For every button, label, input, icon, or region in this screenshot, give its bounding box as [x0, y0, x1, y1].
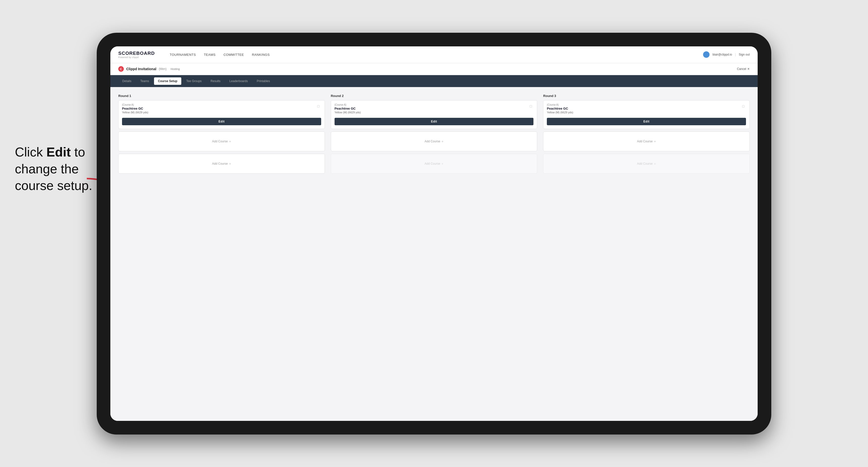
round-3-add-course-1[interactable]: Add Course + — [543, 131, 750, 151]
tab-printables[interactable]: Printables — [253, 77, 274, 85]
logo-sub-text: Powered by clippd — [118, 56, 155, 59]
round-1-course-details: Yellow (M) (6629 yds) — [122, 111, 316, 114]
sign-out-link[interactable]: Sign out — [739, 53, 750, 56]
round-3-plus-icon-1: + — [654, 139, 656, 143]
tab-teams[interactable]: Teams — [136, 77, 153, 85]
round-1-plus-icon-2: + — [229, 162, 231, 166]
scoreboard-logo: SCOREBOARD Powered by clippd — [118, 51, 155, 59]
tab-bar: Details Teams Course Setup Tee Groups Re… — [111, 75, 757, 87]
user-avatar — [703, 51, 710, 58]
round-3-add-course-2-label: Add Course — [637, 162, 652, 165]
tournament-gender: (Men) — [159, 67, 166, 71]
round-2-title: Round 2 — [331, 94, 537, 98]
user-email: blair@clippd.io — [713, 53, 732, 56]
tab-details[interactable]: Details — [118, 77, 135, 85]
round-1-course-name: Peachtree GC — [122, 107, 316, 111]
rounds-grid: Round 1 (Course A) Peachtree GC Yellow (… — [118, 94, 750, 176]
hosting-badge: Hosting — [170, 67, 180, 70]
round-1-course-card: (Course A) Peachtree GC Yellow (M) (6629… — [118, 100, 325, 129]
nav-teams[interactable]: TEAMS — [204, 53, 216, 57]
sub-header: C Clippd Invitational (Men) Hosting Canc… — [111, 63, 757, 75]
tablet-screen: SCOREBOARD Powered by clippd TOURNAMENTS… — [111, 46, 757, 421]
round-2-add-course-2-label: Add Course — [425, 162, 440, 165]
round-3-course-name: Peachtree GC — [547, 107, 741, 111]
round-1-add-course-1[interactable]: Add Course + — [118, 131, 325, 151]
round-2-add-course-1-label: Add Course — [425, 139, 440, 143]
sub-header-left: C Clippd Invitational (Men) Hosting — [118, 66, 180, 72]
round-1-delete-button[interactable]: □ — [316, 103, 321, 109]
tab-results[interactable]: Results — [207, 77, 224, 85]
tab-course-setup[interactable]: Course Setup — [154, 77, 181, 85]
round-1-column: Round 1 (Course A) Peachtree GC Yellow (… — [118, 94, 325, 176]
round-2-card-info: (Course A) Peachtree GC Yellow (M) (6629… — [335, 103, 528, 117]
nav-links: TOURNAMENTS TEAMS COMMITTEE RANKINGS — [169, 53, 693, 57]
tablet-device: SCOREBOARD Powered by clippd TOURNAMENTS… — [97, 33, 771, 435]
round-1-edit-button[interactable]: Edit — [122, 118, 321, 125]
round-2-delete-button[interactable]: □ — [528, 103, 533, 109]
logo-main-text: SCOREBOARD — [118, 51, 155, 56]
round-2-course-details: Yellow (M) (6629 yds) — [335, 111, 528, 114]
round-2-course-name: Peachtree GC — [335, 107, 528, 111]
round-2-plus-icon-1: + — [441, 139, 443, 143]
round-2-course-label: (Course A) — [335, 103, 528, 106]
tab-tee-groups[interactable]: Tee Groups — [182, 77, 206, 85]
round-3-delete-button[interactable]: □ — [741, 103, 746, 109]
clippd-logo: C — [118, 66, 124, 72]
round-2-edit-button[interactable]: Edit — [335, 118, 534, 125]
main-content: Round 1 (Course A) Peachtree GC Yellow (… — [111, 87, 757, 421]
tournament-name: Clippd Invitational — [126, 67, 156, 71]
nav-tournaments[interactable]: TOURNAMENTS — [169, 53, 196, 57]
round-3-card-info: (Course A) Peachtree GC Yellow (M) (6629… — [547, 103, 741, 117]
nav-separator: | — [735, 53, 736, 56]
round-3-plus-icon-2: + — [654, 162, 656, 166]
nav-committee[interactable]: COMMITTEE — [223, 53, 244, 57]
round-2-card-header: (Course A) Peachtree GC Yellow (M) (6629… — [335, 103, 534, 117]
round-1-add-course-2[interactable]: Add Course + — [118, 154, 325, 174]
round-3-course-details: Yellow (M) (6629 yds) — [547, 111, 741, 114]
close-icon: ✕ — [747, 67, 750, 71]
round-3-card-header: (Course A) Peachtree GC Yellow (M) (6629… — [547, 103, 746, 117]
round-3-add-course-2: Add Course + — [543, 154, 750, 174]
round-2-course-card: (Course A) Peachtree GC Yellow (M) (6629… — [331, 100, 537, 129]
cancel-button[interactable]: Cancel ✕ — [737, 67, 750, 71]
round-1-add-course-1-label: Add Course — [212, 139, 228, 143]
annotation-bold: Edit — [46, 145, 71, 159]
round-3-column: Round 3 (Course A) Peachtree GC Yellow (… — [543, 94, 750, 176]
nav-right: blair@clippd.io | Sign out — [703, 51, 750, 58]
round-1-card-info: (Course A) Peachtree GC Yellow (M) (6629… — [122, 103, 316, 117]
tab-leaderboards[interactable]: Leaderboards — [225, 77, 252, 85]
round-3-edit-button[interactable]: Edit — [547, 118, 746, 125]
round-1-card-header: (Course A) Peachtree GC Yellow (M) (6629… — [122, 103, 321, 117]
round-2-column: Round 2 (Course A) Peachtree GC Yellow (… — [331, 94, 537, 176]
top-navigation: SCOREBOARD Powered by clippd TOURNAMENTS… — [111, 46, 757, 63]
round-1-plus-icon-1: + — [229, 139, 231, 143]
round-3-add-course-1-label: Add Course — [637, 139, 652, 143]
round-1-course-label: (Course A) — [122, 103, 316, 106]
round-3-course-label: (Course A) — [547, 103, 741, 106]
round-2-add-course-2: Add Course + — [331, 154, 537, 174]
round-3-title: Round 3 — [543, 94, 750, 98]
round-2-add-course-1[interactable]: Add Course + — [331, 131, 537, 151]
round-3-course-card: (Course A) Peachtree GC Yellow (M) (6629… — [543, 100, 750, 129]
round-1-add-course-2-label: Add Course — [212, 162, 228, 165]
round-1-title: Round 1 — [118, 94, 325, 98]
nav-rankings[interactable]: RANKINGS — [252, 53, 270, 57]
round-2-plus-icon-2: + — [441, 162, 443, 166]
